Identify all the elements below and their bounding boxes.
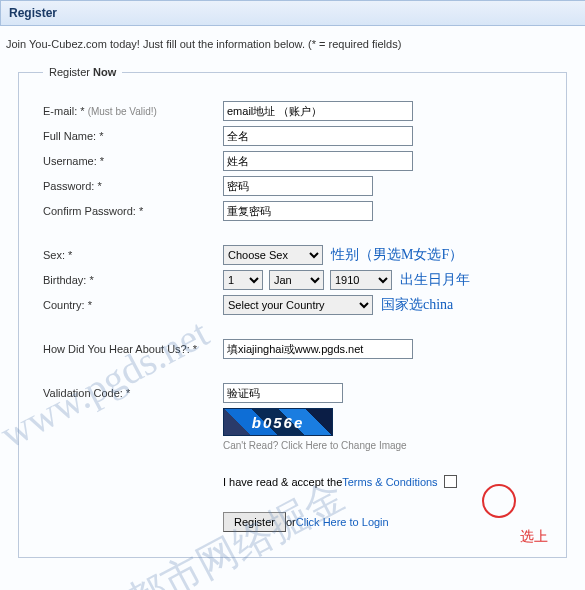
register-fieldset: Register Now E-mail: * (Must be Valid!) … — [18, 66, 567, 558]
hear-input[interactable] — [223, 339, 413, 359]
annotation-select-note: 选上 — [520, 528, 548, 546]
captcha-image[interactable]: b056e — [223, 408, 333, 436]
birthday-year-select[interactable]: 1910 — [330, 270, 392, 290]
page-title: Register — [9, 6, 57, 20]
row-fullname: Full Name: * — [43, 126, 542, 146]
label-confirm: Confirm Password: * — [43, 205, 223, 217]
sex-select[interactable]: Choose Sex — [223, 245, 323, 265]
title-bar: Register — [0, 0, 585, 26]
row-birthday: Birthday: * 1 Jan 1910 出生日月年 — [43, 270, 542, 290]
intro-text: Join You-Cubez.com today! Just fill out … — [0, 26, 585, 66]
row-email: E-mail: * (Must be Valid!) — [43, 101, 542, 121]
label-email: E-mail: * (Must be Valid!) — [43, 105, 223, 117]
terms-checkbox[interactable] — [444, 475, 457, 488]
captcha-help[interactable]: Can't Read? Click Here to Change Image — [223, 440, 407, 451]
row-password: Password: * — [43, 176, 542, 196]
or-text: or — [286, 516, 296, 528]
register-button[interactable]: Register — [223, 512, 286, 532]
validation-input[interactable] — [223, 383, 343, 403]
row-country: Country: * Select your Country 国家选china — [43, 295, 542, 315]
password-input[interactable] — [223, 176, 373, 196]
register-legend: Register Now — [43, 66, 122, 78]
label-birthday: Birthday: * — [43, 274, 223, 286]
username-input[interactable] — [223, 151, 413, 171]
birthday-month-select[interactable]: Jan — [269, 270, 324, 290]
ann-country: 国家选china — [381, 296, 453, 314]
terms-text: I have read & accept the — [223, 476, 342, 488]
login-link[interactable]: Click Here to Login — [296, 516, 389, 528]
fullname-input[interactable] — [223, 126, 413, 146]
label-username: Username: * — [43, 155, 223, 167]
row-buttons: Register or Click Here to Login — [43, 512, 542, 532]
country-select[interactable]: Select your Country — [223, 295, 373, 315]
ann-sex: 性别（男选M女选F） — [331, 246, 463, 264]
label-validation: Validation Code: * — [43, 387, 223, 399]
email-input[interactable] — [223, 101, 413, 121]
terms-link[interactable]: Terms & Conditions — [342, 476, 437, 488]
label-password: Password: * — [43, 180, 223, 192]
row-username: Username: * — [43, 151, 542, 171]
row-hear: How Did You Hear About Us?: * — [43, 339, 542, 359]
label-hear: How Did You Hear About Us?: * — [43, 343, 223, 355]
confirm-input[interactable] — [223, 201, 373, 221]
ann-birthday: 出生日月年 — [400, 271, 470, 289]
birthday-day-select[interactable]: 1 — [223, 270, 263, 290]
row-validation: Validation Code: * — [43, 383, 542, 403]
label-sex: Sex: * — [43, 249, 223, 261]
row-sex: Sex: * Choose Sex 性别（男选M女选F） — [43, 245, 542, 265]
row-captcha: b056e Can't Read? Click Here to Change I… — [43, 408, 542, 451]
label-country: Country: * — [43, 299, 223, 311]
row-terms: I have read & accept the Terms & Conditi… — [43, 475, 542, 488]
row-confirm: Confirm Password: * — [43, 201, 542, 221]
label-fullname: Full Name: * — [43, 130, 223, 142]
